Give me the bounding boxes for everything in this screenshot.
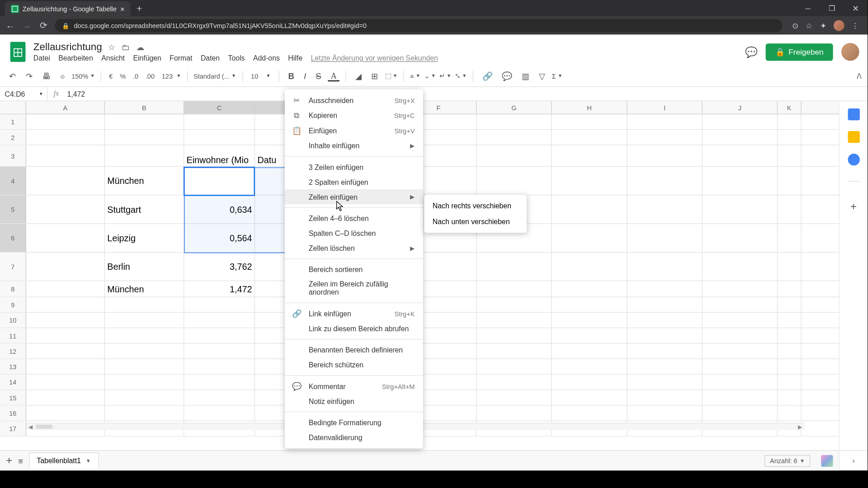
ctx-copy[interactable]: ⧉KopierenStrg+C (285, 108, 423, 123)
menu-daten[interactable]: Daten (201, 54, 220, 62)
window-maximize-icon[interactable]: ❐ (820, 0, 844, 17)
collapse-toolbar-icon[interactable]: ᐱ (857, 72, 862, 80)
more-formats[interactable]: 123▼ (160, 72, 181, 80)
column-header-g[interactable]: G (476, 101, 552, 114)
insert-chart-button[interactable]: ▥ (519, 70, 532, 83)
cloud-status-icon[interactable]: ☁ (136, 42, 144, 52)
italic-button[interactable]: I (301, 70, 309, 83)
strikethrough-button[interactable]: S (313, 70, 324, 83)
user-avatar[interactable] (841, 43, 859, 61)
menu-addons[interactable]: Add-ons (253, 54, 280, 62)
document-title[interactable]: Zellausrichtung (33, 41, 102, 53)
ctx-paste[interactable]: 📋EinfügenStrg+V (285, 123, 423, 138)
bold-button[interactable]: B (285, 70, 297, 83)
increase-decimal[interactable]: .00 (144, 72, 156, 80)
get-addons-icon[interactable]: + (850, 201, 857, 213)
window-minimize-icon[interactable]: ─ (796, 0, 820, 17)
sheets-logo-icon[interactable] (8, 39, 27, 64)
formula-input[interactable]: 1,472 (65, 89, 87, 98)
ctx-paste-special[interactable]: Inhalte einfügen▶ (285, 138, 423, 153)
fill-color-button[interactable]: ◢ (352, 70, 365, 83)
menu-tools[interactable]: Tools (228, 54, 245, 62)
url-input[interactable]: 🔒 docs.google.com/spreadsheets/d/1L0CRXr… (55, 19, 782, 32)
explore-button[interactable] (821, 455, 833, 466)
comments-icon[interactable]: 💬 (745, 46, 758, 58)
ctx-data-valid[interactable]: Datenvalidierung (285, 430, 423, 445)
bookmark-icon[interactable]: ☆ (806, 21, 813, 30)
submenu-shift-down[interactable]: Nach unten verschieben (424, 214, 527, 229)
functions-button[interactable]: Σ▼ (552, 72, 562, 80)
back-button[interactable]: ← (5, 20, 16, 30)
insert-link-button[interactable]: 🔗 (479, 70, 495, 83)
browser-menu-icon[interactable]: ⋮ (851, 21, 859, 30)
menu-einfuegen[interactable]: Einfügen (133, 54, 161, 62)
select-all-corner[interactable] (0, 101, 26, 114)
paint-format-button[interactable]: ⟐ (57, 70, 68, 83)
keep-addon-icon[interactable] (848, 131, 859, 143)
ctx-insert-rows[interactable]: 3 Zeilen einfügen (285, 160, 423, 174)
side-panel-toggle[interactable]: › (839, 450, 868, 470)
menu-ansicht[interactable]: Ansicht (101, 54, 125, 62)
format-percent[interactable]: % (118, 72, 127, 80)
menu-bearbeiten[interactable]: Bearbeiten (58, 54, 93, 62)
ctx-named-range[interactable]: Benannten Bereich definieren (285, 343, 423, 357)
ctx-get-link[interactable]: Link zu diesem Bereich abrufen (285, 321, 423, 336)
ctx-cut[interactable]: ✂AusschneidenStrg+X (285, 93, 423, 108)
browser-tab[interactable]: Zellausrichtung - Google Tabelle × (5, 1, 131, 17)
column-header-h[interactable]: H (552, 101, 627, 114)
menu-datei[interactable]: Datei (33, 54, 50, 62)
ctx-cond-format[interactable]: Bedingte Formatierung (285, 415, 423, 430)
merge-cells-button[interactable]: ⬚▼ (385, 72, 398, 80)
font-size-select[interactable]: 10▼ (249, 72, 273, 80)
redo-button[interactable]: ↷ (23, 70, 36, 83)
column-header-i[interactable]: I (627, 101, 703, 114)
column-header-j[interactable]: J (703, 101, 778, 114)
zoom-select[interactable]: 150%▼ (71, 72, 94, 80)
submenu-shift-right[interactable]: Nach rechts verschieben (424, 198, 527, 214)
text-color-button[interactable]: A (328, 70, 340, 82)
all-sheets-button[interactable]: ≡ (18, 456, 23, 465)
undo-button[interactable]: ↶ (6, 70, 19, 83)
filter-button[interactable]: ▽ (536, 70, 548, 83)
column-header-k[interactable]: K (778, 101, 802, 114)
format-currency-euro[interactable]: € (107, 72, 114, 80)
print-button[interactable]: 🖶 (39, 70, 54, 83)
column-header-b[interactable]: B (105, 101, 184, 114)
decrease-decimal[interactable]: .0 (131, 72, 140, 80)
ctx-sort-range[interactable]: Bereich sortieren (285, 262, 423, 277)
ctx-insert-link[interactable]: 🔗Link einfügenStrg+K (285, 306, 423, 321)
ctx-insert-cells[interactable]: Zellen einfügen▶ (285, 189, 423, 204)
close-tab-icon[interactable]: × (120, 5, 125, 14)
menu-format[interactable]: Format (170, 54, 192, 62)
ctx-delete-cols[interactable]: Spalten C–D löschen (285, 226, 423, 241)
ctx-insert-cols[interactable]: 2 Spalten einfügen (285, 174, 423, 189)
column-header-c[interactable]: C (184, 101, 255, 114)
borders-button[interactable]: ⊞ (368, 70, 382, 83)
tasks-addon-icon[interactable] (848, 154, 859, 165)
insert-comment-button[interactable]: 💬 (499, 70, 515, 83)
ctx-delete-cells[interactable]: Zellen löschen▶ (285, 240, 423, 255)
name-box[interactable]: C4:D6 ▾ (0, 87, 47, 100)
ctx-comment[interactable]: 💬KommentarStrg+Alt+M (285, 379, 423, 394)
ctx-delete-rows[interactable]: Zeilen 4–6 löschen (285, 211, 423, 226)
window-close-icon[interactable]: ✕ (844, 0, 868, 17)
text-rotation-button[interactable]: ⤡▼ (455, 72, 467, 80)
last-edit-text[interactable]: Letzte Änderung vor wenigen Sekunden (311, 54, 438, 62)
profile-avatar-small[interactable] (834, 20, 844, 31)
column-header-a[interactable]: A (26, 101, 105, 114)
add-sheet-button[interactable]: + (6, 455, 12, 467)
share-button[interactable]: 🔒 Freigeben (766, 43, 833, 61)
ctx-note[interactable]: Notiz einfügen (285, 394, 423, 408)
zoom-indicator-icon[interactable]: ⊙ (792, 21, 798, 30)
move-icon[interactable]: 🗀 (122, 42, 130, 52)
horizontal-align-button[interactable]: ≡▼ (410, 72, 420, 80)
new-tab-button[interactable]: + (131, 1, 148, 17)
sheet-tab[interactable]: Tabellenblatt1 ▼ (29, 453, 99, 469)
reload-button[interactable]: ⟳ (38, 20, 49, 31)
vertical-align-button[interactable]: ⌄▼ (424, 72, 436, 80)
chevron-down-icon[interactable]: ▼ (85, 458, 91, 464)
calendar-addon-icon[interactable] (848, 108, 859, 120)
forward-button[interactable]: → (21, 20, 32, 30)
star-icon[interactable]: ☆ (108, 42, 116, 52)
extensions-icon[interactable]: ✦ (820, 21, 826, 30)
